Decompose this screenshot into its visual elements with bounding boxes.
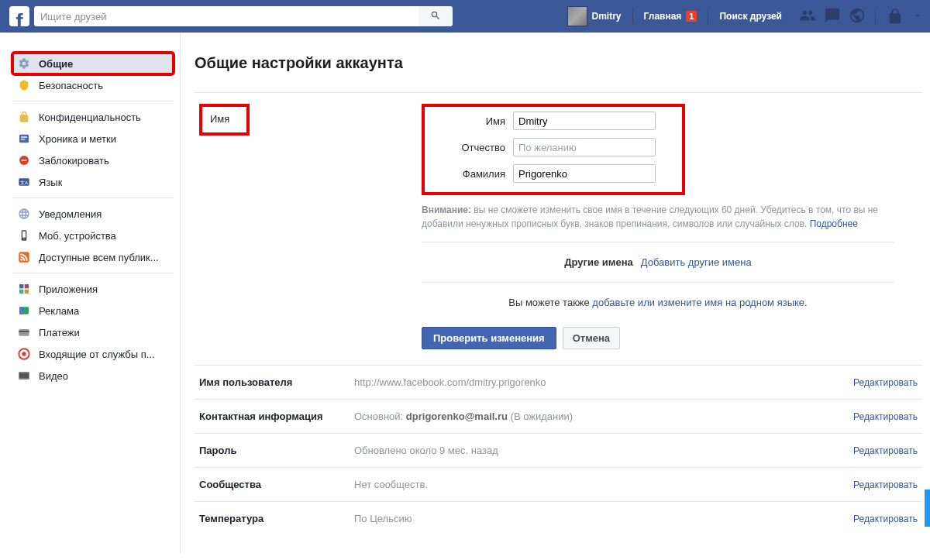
ads-icon xyxy=(17,304,31,318)
sidebar-item-blocking[interactable]: Заблокировать xyxy=(12,149,174,171)
sidebar-item-timeline[interactable]: Хроника и метки xyxy=(12,128,174,149)
sidebar-item-label: Платежи xyxy=(39,327,80,338)
sidebar-item-label: Общие xyxy=(39,58,73,70)
apps-icon xyxy=(17,282,31,296)
search-wrap xyxy=(34,6,453,26)
edit-temperature-link[interactable]: Редактировать xyxy=(853,514,918,524)
lock-icon xyxy=(17,110,31,124)
svg-rect-1 xyxy=(21,136,27,137)
settings-sidebar: ОбщиеБезопасностьКонфиденциальностьХрони… xyxy=(0,33,180,554)
svg-rect-13 xyxy=(25,284,29,288)
phone-icon xyxy=(17,228,31,242)
middle-name-input[interactable] xyxy=(513,138,656,156)
search-input[interactable] xyxy=(34,6,418,26)
globe-icon xyxy=(17,207,31,221)
friend-requests-icon[interactable] xyxy=(799,7,816,26)
edit-password-link[interactable]: Редактировать xyxy=(853,445,918,456)
sidebar-item-label: Заблокировать xyxy=(39,155,109,167)
last-name-label: Фамилия xyxy=(450,168,505,180)
sidebar-item-label: Видео xyxy=(39,370,68,382)
cancel-button[interactable]: Отмена xyxy=(563,327,620,349)
video-icon xyxy=(17,369,31,383)
svg-rect-17 xyxy=(19,307,22,314)
sidebar-item-label: Входящие от службы п... xyxy=(39,349,155,360)
svg-rect-12 xyxy=(19,284,23,288)
sidebar-item-label: Моб. устройства xyxy=(39,230,116,242)
sidebar-item-label: Хроника и метки xyxy=(39,133,116,145)
edit-networks-link[interactable]: Редактировать xyxy=(853,479,918,490)
edit-username-link[interactable]: Редактировать xyxy=(853,377,918,388)
middle-name-label: Отчество xyxy=(450,142,505,153)
sidebar-item-language[interactable]: 文AЯзык xyxy=(12,171,174,193)
language-icon: 文A xyxy=(17,175,31,189)
find-friends-link[interactable]: Поиск друзей xyxy=(711,6,790,26)
svg-rect-4 xyxy=(22,160,27,160)
account-menu-icon[interactable] xyxy=(913,11,922,22)
privacy-shortcuts-icon[interactable] xyxy=(885,6,905,26)
sidebar-item-mobile[interactable]: Моб. устройства xyxy=(12,225,174,246)
support-icon xyxy=(17,347,31,361)
home-badge: 1 xyxy=(686,11,697,22)
rss-icon xyxy=(17,250,31,264)
search-icon xyxy=(430,10,441,23)
shield-icon xyxy=(17,78,31,92)
facebook-logo[interactable]: f xyxy=(9,6,29,26)
sidebar-item-support[interactable]: Входящие от службы п... xyxy=(12,343,174,365)
messages-icon[interactable] xyxy=(824,7,841,26)
svg-point-9 xyxy=(23,239,24,239)
settings-main: Общие настройки аккаунта Имя Имя Отчеств… xyxy=(180,33,930,554)
top-nav: Dmitry Главная 1 Поиск друзей xyxy=(560,6,790,26)
home-link[interactable]: Главная 1 xyxy=(636,6,705,26)
notifications-icon[interactable] xyxy=(849,7,866,26)
learn-more-link[interactable]: Подробнее xyxy=(810,218,858,229)
svg-rect-18 xyxy=(19,329,29,336)
scrollbar-thumb[interactable] xyxy=(925,490,930,527)
edit-contact-link[interactable]: Редактировать xyxy=(853,411,918,422)
sidebar-item-privacy[interactable]: Конфиденциальность xyxy=(12,106,174,128)
svg-rect-19 xyxy=(19,331,29,332)
row-contact: Контактная информация Основной: dprigore… xyxy=(195,399,922,433)
sidebar-item-payments[interactable]: Платежи xyxy=(12,321,174,343)
last-name-input[interactable] xyxy=(513,164,656,183)
row-username: Имя пользователя http://www.facebook.com… xyxy=(195,365,922,399)
first-name-label: Имя xyxy=(450,115,505,127)
gears-icon xyxy=(17,57,31,70)
svg-rect-14 xyxy=(19,290,23,294)
sidebar-item-notifications[interactable]: Уведомления xyxy=(12,203,174,225)
native-name-link[interactable]: добавьте или измените имя на родном язык… xyxy=(592,297,804,308)
sidebar-item-label: Приложения xyxy=(39,283,98,295)
sidebar-item-ads[interactable]: Реклама xyxy=(12,300,174,321)
name-section-heading: Имя xyxy=(199,104,250,136)
sidebar-item-label: Уведомления xyxy=(39,208,102,220)
sidebar-item-label: Реклама xyxy=(39,305,79,317)
topbar: f Dmitry Главная 1 Поиск друзей xyxy=(0,0,930,33)
page-title: Общие настройки аккаунта xyxy=(195,54,922,72)
sidebar-item-label: Безопасность xyxy=(39,80,103,91)
svg-rect-22 xyxy=(19,372,29,379)
svg-point-11 xyxy=(20,259,22,261)
name-form: Имя Отчество Фамилия xyxy=(422,104,685,195)
name-section: Имя Имя Отчество Фамилия xyxy=(195,92,922,365)
sidebar-item-apps[interactable]: Приложения xyxy=(12,278,174,300)
sidebar-item-publicposts[interactable]: Доступные всем публик... xyxy=(12,246,174,268)
page-body: ОбщиеБезопасностьКонфиденциальностьХрони… xyxy=(0,33,930,554)
sidebar-item-security[interactable]: Безопасность xyxy=(12,74,174,96)
svg-rect-23 xyxy=(19,372,29,373)
user-name: Dmitry xyxy=(592,11,622,22)
first-name-input[interactable] xyxy=(513,112,656,130)
name-change-note: Внимание: вы не сможете изменить свое им… xyxy=(422,203,894,231)
row-password: Пароль Обновлено около 9 мес. назад Реда… xyxy=(195,433,922,467)
row-temperature: Температура По Цельсию Редактировать xyxy=(195,501,922,535)
add-other-names-link[interactable]: Добавить другие имена xyxy=(641,256,752,268)
svg-point-21 xyxy=(22,352,26,356)
sidebar-item-label: Доступные всем публик... xyxy=(39,252,159,263)
svg-rect-15 xyxy=(25,290,29,294)
profile-link[interactable]: Dmitry xyxy=(560,6,629,26)
svg-rect-24 xyxy=(19,378,29,379)
sidebar-item-video[interactable]: Видео xyxy=(12,365,174,387)
card-icon xyxy=(17,132,31,146)
review-changes-button[interactable]: Проверить изменения xyxy=(422,327,556,349)
payments-icon xyxy=(17,325,31,339)
search-button[interactable] xyxy=(418,6,453,26)
sidebar-item-general[interactable]: Общие xyxy=(12,53,174,74)
